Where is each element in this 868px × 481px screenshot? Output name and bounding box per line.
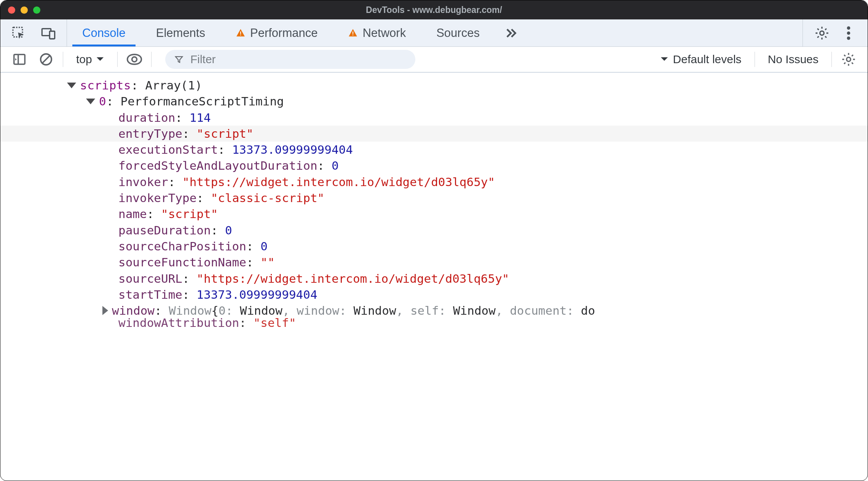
- svg-rect-2: [49, 31, 54, 39]
- object-row[interactable]: forcedStyleAndLayoutDuration: 0: [0, 158, 868, 174]
- prop-key: sourceFunctionName: [118, 255, 246, 270]
- console-settings-icon[interactable]: [839, 49, 858, 69]
- prop-key: pauseDuration: [118, 223, 211, 238]
- svg-rect-0: [13, 27, 22, 37]
- svg-point-10: [847, 37, 850, 40]
- object-row[interactable]: name: "script": [0, 206, 868, 222]
- prop-key: invokerType: [118, 190, 196, 205]
- svg-point-15: [132, 57, 137, 62]
- prop-value: 0: [332, 158, 339, 173]
- inspect-element-icon[interactable]: [11, 25, 26, 41]
- warning-icon: [236, 28, 246, 38]
- minimize-window-button[interactable]: [21, 6, 28, 14]
- prop-key: scripts: [80, 78, 131, 93]
- object-row[interactable]: 0: PerformanceScriptTiming: [0, 93, 868, 109]
- svg-rect-3: [240, 31, 241, 34]
- prop-value-cutoff: "self": [254, 315, 296, 330]
- filter-icon: [174, 54, 183, 64]
- svg-point-7: [820, 31, 824, 35]
- prop-key: duration: [118, 110, 175, 125]
- tab-more[interactable]: [495, 19, 527, 46]
- object-row[interactable]: sourceURL: "https://widget.intercom.io/w…: [0, 271, 868, 287]
- prop-value: 0: [260, 239, 268, 254]
- separator: [755, 52, 755, 67]
- tab-elements[interactable]: Elements: [141, 19, 220, 46]
- tabbar-right: [803, 19, 868, 46]
- live-expression-icon[interactable]: [124, 49, 144, 69]
- chevron-down-icon: [660, 56, 669, 62]
- object-row[interactable]: pauseDuration: 0: [0, 222, 868, 238]
- context-label: top: [76, 53, 92, 66]
- prop-value: 0: [225, 223, 232, 238]
- traffic-lights: [8, 6, 40, 14]
- tabs: Console Elements Performance Network Sou…: [67, 19, 803, 46]
- prop-key: startTime: [118, 287, 182, 302]
- separator: [117, 52, 118, 67]
- object-row[interactable]: duration: 114: [0, 110, 868, 126]
- devtools-window: DevTools - www.debugbear.com/ Console: [0, 0, 868, 481]
- object-row[interactable]: sourceCharPosition: 0: [0, 238, 868, 254]
- svg-line-14: [43, 56, 50, 63]
- tab-label: Elements: [156, 26, 205, 40]
- tab-console[interactable]: Console: [67, 19, 141, 46]
- console-content[interactable]: scripts: Array(1) 0: PerformanceScriptTi…: [0, 73, 868, 481]
- disclosure-right-icon[interactable]: [102, 306, 108, 315]
- disclosure-down-icon[interactable]: [86, 99, 95, 104]
- separator: [831, 52, 832, 67]
- chevron-double-right-icon: [503, 25, 519, 41]
- object-row[interactable]: scripts: Array(1): [0, 77, 868, 93]
- prop-key: sourceURL: [118, 271, 182, 286]
- settings-icon[interactable]: [814, 25, 830, 41]
- prop-key-cutoff: windowAttribution: [118, 315, 239, 330]
- object-row[interactable]: invokerType: "classic-script": [0, 190, 868, 206]
- separator: [63, 52, 63, 67]
- more-icon[interactable]: [841, 25, 856, 41]
- object-row[interactable]: entryType: "script": [0, 126, 868, 142]
- titlebar: DevTools - www.debugbear.com/: [0, 0, 868, 19]
- console-toolbar: top Default levels No Issues: [0, 47, 868, 73]
- filter-box[interactable]: [165, 50, 415, 69]
- prop-key: entryType: [118, 126, 182, 141]
- prop-value: Array(1): [145, 78, 202, 93]
- tab-label: Network: [362, 26, 406, 40]
- object-row[interactable]: invoker: "https://widget.intercom.io/wid…: [0, 174, 868, 190]
- prop-key: executionStart: [118, 142, 218, 157]
- tab-network[interactable]: Network: [333, 19, 421, 46]
- levels-label: Default levels: [673, 53, 742, 66]
- maximize-window-button[interactable]: [33, 6, 40, 14]
- svg-point-16: [847, 57, 851, 62]
- disclosure-down-icon[interactable]: [67, 83, 76, 88]
- prop-value: "": [260, 255, 274, 270]
- clear-console-icon[interactable]: [36, 49, 56, 69]
- log-levels-selector[interactable]: Default levels: [654, 53, 748, 66]
- object-row[interactable]: sourceFunctionName: "": [0, 254, 868, 270]
- prop-value: "classic-script": [211, 190, 325, 205]
- tab-performance[interactable]: Performance: [220, 19, 333, 46]
- prop-value: PerformanceScriptTiming: [121, 94, 284, 109]
- device-toolbar-icon[interactable]: [41, 25, 56, 41]
- svg-point-9: [847, 31, 850, 35]
- tab-label: Console: [82, 26, 126, 40]
- tabbar-left-icons: [0, 19, 67, 46]
- object-row[interactable]: executionStart: 13373.09999999404: [0, 142, 868, 158]
- prop-value: 114: [190, 110, 211, 125]
- prop-value: 13373.09999999404: [232, 142, 353, 157]
- prop-key: invoker: [118, 174, 168, 190]
- tab-label: Performance: [250, 26, 318, 40]
- prop-value: "https://widget.intercom.io/widget/d03lq…: [196, 271, 509, 286]
- object-row[interactable]: windowAttribution: "self": [0, 315, 868, 331]
- context-selector[interactable]: top: [70, 53, 110, 66]
- svg-rect-6: [353, 34, 353, 35]
- chevron-down-icon: [96, 56, 104, 62]
- prop-key: forcedStyleAndLayoutDuration: [118, 158, 318, 173]
- console-sidebar-toggle-icon[interactable]: [10, 49, 29, 69]
- window-title: DevTools - www.debugbear.com/: [366, 5, 502, 15]
- filter-input[interactable]: [190, 53, 406, 66]
- tab-sources[interactable]: Sources: [421, 19, 495, 46]
- prop-value: "script": [161, 206, 218, 221]
- svg-point-8: [847, 26, 850, 30]
- prop-key: sourceCharPosition: [118, 239, 246, 254]
- tab-label: Sources: [436, 26, 480, 40]
- close-window-button[interactable]: [8, 6, 15, 14]
- object-row[interactable]: startTime: 13373.09999999404: [0, 287, 868, 303]
